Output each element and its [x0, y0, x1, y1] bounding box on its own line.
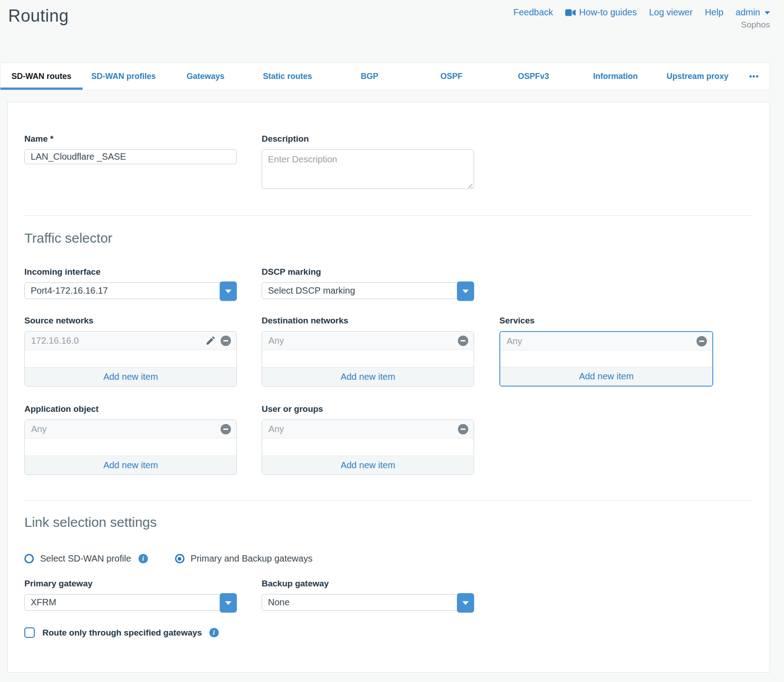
- backup-gateway-group: Backup gateway None: [262, 579, 474, 611]
- minus-circle-icon[interactable]: [696, 336, 707, 346]
- tab-ospf[interactable]: OSPF: [410, 63, 493, 90]
- incoming-interface-label: Incoming interface: [24, 267, 237, 277]
- caret-down-icon: [462, 601, 469, 605]
- tab-sdwan-profiles[interactable]: SD-WAN profiles: [83, 63, 165, 90]
- section-divider: [24, 215, 752, 216]
- application-object-group: Application object Any Add new item: [24, 404, 237, 475]
- routing-tabbar: SD-WAN routes SD-WAN profiles Gateways S…: [0, 62, 770, 90]
- link-selection-radio-row: Select SD-WAN profile i Primary and Back…: [24, 553, 313, 564]
- services-label: Services: [499, 316, 713, 326]
- page-title: Routing: [8, 6, 69, 26]
- list-item: Any: [25, 420, 236, 438]
- radio-label: Select SD-WAN profile: [40, 553, 131, 564]
- name-label: Name *: [24, 134, 237, 144]
- dropdown-button[interactable]: [457, 281, 474, 301]
- sdwan-route-form-card: Name * Description Traffic selector Inco…: [7, 102, 770, 673]
- traffic-selector-heading: Traffic selector: [24, 230, 112, 246]
- services-group: Services Any Add new item: [499, 316, 713, 387]
- list-item: Any: [262, 332, 474, 350]
- list-item: 172.16.16.0: [25, 332, 236, 350]
- primary-gateway-label: Primary gateway: [24, 579, 237, 589]
- caret-down-icon: [225, 290, 231, 293]
- user-or-groups-listbox: Any Add new item: [262, 419, 474, 475]
- dscp-marking-group: DSCP marking Select DSCP marking: [262, 267, 474, 299]
- primary-gateway-group: Primary gateway XFRM: [24, 579, 237, 611]
- source-networks-group: Source networks 172.16.16.0 Add new item: [24, 316, 237, 387]
- application-object-listbox: Any Add new item: [24, 419, 237, 475]
- minus-circle-icon[interactable]: [458, 336, 468, 346]
- radio-label: Primary and Backup gateways: [191, 553, 313, 564]
- feedback-link[interactable]: Feedback: [513, 7, 553, 18]
- dscp-marking-label: DSCP marking: [262, 267, 474, 277]
- log-viewer-link[interactable]: Log viewer: [649, 7, 693, 18]
- routing-page: Routing Feedback How-to guides Log viewe…: [0, 0, 784, 682]
- minus-circle-icon[interactable]: [458, 424, 468, 434]
- brand-label: Sophos: [741, 20, 770, 30]
- route-only-checkbox[interactable]: [24, 627, 35, 638]
- description-textarea[interactable]: [262, 149, 474, 189]
- howto-guides-link[interactable]: How-to guides: [565, 7, 637, 18]
- tab-upstream-proxy[interactable]: Upstream proxy: [656, 63, 738, 90]
- tab-ospfv3[interactable]: OSPFv3: [493, 63, 575, 90]
- link-selection-heading: Link selection settings: [24, 515, 157, 530]
- caret-down-icon: [225, 601, 231, 605]
- section-divider: [24, 500, 752, 501]
- add-new-item-button[interactable]: Add new item: [262, 456, 474, 475]
- tab-bgp[interactable]: BGP: [328, 63, 410, 90]
- application-object-label: Application object: [24, 404, 237, 414]
- destination-networks-label: Destination networks: [262, 316, 474, 326]
- destination-networks-listbox: Any Add new item: [262, 331, 474, 387]
- incoming-interface-group: Incoming interface Port4-172.16.16.17: [24, 267, 237, 299]
- tab-information[interactable]: Information: [574, 63, 656, 90]
- help-link[interactable]: Help: [705, 7, 723, 18]
- name-input[interactable]: [24, 149, 237, 164]
- info-icon[interactable]: i: [138, 554, 148, 563]
- header-links: Feedback How-to guides Log viewer Help a…: [513, 7, 770, 18]
- tab-sdwan-routes[interactable]: SD-WAN routes: [0, 63, 83, 90]
- backup-gateway-label: Backup gateway: [262, 579, 474, 589]
- add-new-item-button[interactable]: Add new item: [500, 367, 712, 386]
- source-networks-listbox: 172.16.16.0 Add new item: [24, 331, 237, 387]
- tab-static-routes[interactable]: Static routes: [246, 63, 328, 90]
- description-field-group: Description: [262, 134, 474, 191]
- caret-down-icon: [462, 290, 469, 293]
- add-new-item-button[interactable]: Add new item: [262, 367, 474, 386]
- description-label: Description: [262, 134, 474, 144]
- user-or-groups-label: User or groups: [262, 404, 474, 414]
- services-listbox: Any Add new item: [499, 331, 713, 387]
- radio-select-sdwan-profile[interactable]: [24, 554, 34, 563]
- dropdown-button[interactable]: [220, 281, 237, 301]
- video-camera-icon: [565, 9, 576, 16]
- add-new-item-button[interactable]: Add new item: [25, 456, 236, 475]
- backup-gateway-select[interactable]: None: [262, 594, 474, 611]
- route-only-label: Route only through specified gateways: [42, 628, 202, 638]
- add-new-item-button[interactable]: Add new item: [25, 367, 236, 386]
- tab-gateways[interactable]: Gateways: [165, 63, 247, 90]
- name-field-group: Name *: [24, 134, 237, 164]
- info-icon[interactable]: i: [209, 628, 219, 637]
- admin-menu[interactable]: admin: [736, 7, 770, 18]
- list-item: Any: [262, 420, 474, 438]
- list-item: Any: [500, 332, 712, 350]
- chevron-down-icon: [765, 11, 770, 14]
- incoming-interface-select[interactable]: Port4-172.16.16.17: [24, 282, 237, 299]
- radio-primary-backup-gateways[interactable]: [175, 554, 184, 563]
- route-only-row: Route only through specified gateways i: [24, 627, 219, 638]
- user-or-groups-group: User or groups Any Add new item: [262, 404, 474, 475]
- tab-more-ellipsis[interactable]: •••: [738, 63, 770, 90]
- destination-networks-group: Destination networks Any Add new item: [262, 316, 474, 387]
- source-networks-label: Source networks: [24, 316, 237, 326]
- dropdown-button[interactable]: [220, 593, 237, 613]
- dropdown-button[interactable]: [457, 593, 474, 613]
- minus-circle-icon[interactable]: [221, 336, 231, 346]
- pencil-icon[interactable]: [205, 335, 216, 346]
- dscp-marking-select[interactable]: Select DSCP marking: [262, 282, 474, 299]
- primary-gateway-select[interactable]: XFRM: [24, 594, 237, 611]
- minus-circle-icon[interactable]: [221, 424, 231, 434]
